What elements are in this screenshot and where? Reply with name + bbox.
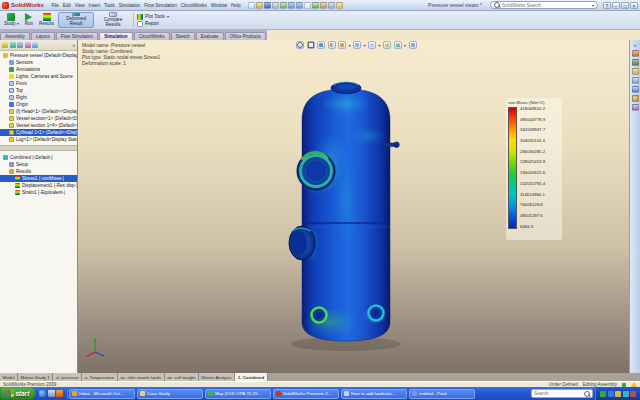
tree-item-lug[interactable]: Lug<1> (Default<Display State-1 xyxy=(0,136,77,143)
messenger-tray-icon[interactable] xyxy=(623,391,629,397)
search-input[interactable] xyxy=(502,3,590,8)
internet-explorer-icon[interactable] xyxy=(39,390,46,397)
tree-item-front-plane[interactable]: Front xyxy=(0,80,77,87)
tree-item-vessel-section2[interactable]: Vessel section 1<4> (Default< xyxy=(0,122,77,129)
task-outlook[interactable]: Inbox - Microsoft Out... xyxy=(69,389,135,399)
graphics-area[interactable]: Model name: Pressure vessel Study name: … xyxy=(78,40,629,373)
menu-insert[interactable]: Insert xyxy=(87,3,102,8)
menu-tools[interactable]: Tools xyxy=(103,3,117,8)
custom-properties-icon[interactable] xyxy=(632,104,639,111)
panel-expand-icon[interactable]: » xyxy=(72,43,75,48)
tab-simulation[interactable]: Simulation xyxy=(99,32,132,40)
study-item-displacement1[interactable]: Displacement1 (-Res disp-) xyxy=(0,182,77,189)
menu-simulation[interactable]: Simulation xyxy=(117,3,141,8)
task-media[interactable]: May (DVD-VPA 70-15... xyxy=(205,389,271,399)
compare-results-button[interactable]: Compare Results xyxy=(96,12,130,28)
desktop-search-box[interactable] xyxy=(531,389,593,398)
tree-item-top-plane[interactable]: Top xyxy=(0,87,77,94)
menu-circuitworks[interactable]: CircuitWorks xyxy=(179,3,208,8)
open-icon[interactable] xyxy=(256,2,263,9)
study-item-setup[interactable]: Setup xyxy=(0,161,77,168)
tab-circuitworks[interactable]: CircuitWorks xyxy=(134,32,170,40)
tab-ae-inlet-nozzle-loads[interactable]: ae. inlet nozzle loads xyxy=(118,373,165,381)
study-item-combined[interactable]: Combined (-Default-) xyxy=(0,154,77,161)
deformed-result-button[interactable]: Deformed Result xyxy=(58,12,94,28)
media-player-icon[interactable] xyxy=(56,390,63,397)
network-tray-icon[interactable] xyxy=(608,391,614,397)
menu-file[interactable]: File xyxy=(50,3,60,8)
tree-item-vessel-section1[interactable]: Vessel section<1> (Default<Dis xyxy=(0,115,77,122)
solidworks-resources-icon[interactable] xyxy=(632,50,639,57)
configuration-manager-icon[interactable] xyxy=(17,42,23,48)
volume-tray-icon[interactable] xyxy=(630,391,636,397)
menu-edit[interactable]: Edit xyxy=(61,3,72,8)
results-button[interactable]: Results xyxy=(37,12,56,28)
antivirus-tray-icon[interactable] xyxy=(600,391,606,397)
report-button[interactable]: Report xyxy=(137,21,169,27)
tab-evaluate[interactable]: Evaluate xyxy=(196,32,224,40)
menu-window[interactable]: Window xyxy=(209,3,228,8)
search-options-caret-icon[interactable]: ▾ xyxy=(592,3,594,8)
design-library-icon[interactable] xyxy=(632,59,639,66)
tree-item-right-plane[interactable]: Right xyxy=(0,94,77,101)
tab-motion-analysis[interactable]: Motion Analysis xyxy=(199,373,236,381)
task-pane-expand-icon[interactable]: « xyxy=(634,42,637,48)
menu-view[interactable]: View xyxy=(73,3,86,8)
tree-item-cylhead-selected[interactable]: Cylhead 1<1> (Default<<Displ xyxy=(0,129,77,136)
help-icon[interactable] xyxy=(336,2,343,9)
minimize-button[interactable]: – xyxy=(612,2,620,9)
tab-st-pressure[interactable]: st. pressure xyxy=(53,373,82,381)
plot-tools-button[interactable]: Plot Tools▾ xyxy=(137,14,169,20)
tree-item-origin[interactable]: Origin xyxy=(0,101,77,108)
show-desktop-icon[interactable] xyxy=(48,390,55,397)
study-item-stress1-selected[interactable]: Stress1 (-vonMises-) xyxy=(0,175,77,182)
help-button[interactable]: ? xyxy=(603,2,611,9)
print-icon[interactable] xyxy=(272,2,279,9)
update-tray-icon[interactable] xyxy=(615,391,621,397)
close-button[interactable]: × xyxy=(630,2,638,9)
menu-flow-simulation[interactable]: Flow Simulation xyxy=(143,3,178,8)
property-manager-icon[interactable] xyxy=(10,42,16,48)
tab-office-products[interactable]: Office Products xyxy=(225,32,266,40)
display-manager-icon[interactable] xyxy=(32,42,38,48)
tab-motion-study-1[interactable]: Motion Study 1 xyxy=(18,373,53,381)
maximize-button[interactable]: □ xyxy=(621,2,629,9)
tree-item-sensors[interactable]: Sensors xyxy=(0,59,77,66)
tree-item-root[interactable]: Pressure vessel (Default<Display Stat xyxy=(0,52,77,59)
tab-combined[interactable]: 1. Combined xyxy=(235,373,267,381)
tab-ae-self-weight[interactable]: ae. self weight xyxy=(165,373,199,381)
panel-splitter[interactable] xyxy=(0,145,77,151)
save-icon[interactable] xyxy=(264,2,271,9)
tab-model[interactable]: Model xyxy=(0,373,18,381)
menu-help[interactable]: Help xyxy=(230,3,242,8)
run-button[interactable]: Run xyxy=(23,12,35,28)
tree-item-annotations[interactable]: Annotations xyxy=(0,66,77,73)
task-case-study[interactable]: Case Study xyxy=(137,389,203,399)
tab-flow-simulation[interactable]: Flow Simulation xyxy=(56,32,98,40)
task-help-doc[interactable]: How to add loads/res... xyxy=(341,389,407,399)
start-button[interactable]: start xyxy=(0,387,36,400)
view-palette-icon[interactable] xyxy=(632,86,639,93)
rebuild-icon[interactable] xyxy=(312,2,319,9)
options-icon[interactable] xyxy=(328,2,335,9)
tab-assembly[interactable]: Assembly xyxy=(0,32,30,40)
feature-manager-tree-icon[interactable] xyxy=(2,42,8,48)
file-explorer-icon[interactable] xyxy=(632,68,639,75)
select-icon[interactable] xyxy=(304,2,311,9)
task-solidworks[interactable]: SolidWorks Premium 2... xyxy=(273,389,339,399)
tab-layout[interactable]: Layout xyxy=(31,32,55,40)
new-document-icon[interactable] xyxy=(248,2,255,9)
study-button[interactable]: Study ▾ xyxy=(2,12,21,28)
search-icon[interactable] xyxy=(632,77,639,84)
file-properties-icon[interactable] xyxy=(320,2,327,9)
study-item-results-folder[interactable]: Results xyxy=(0,168,77,175)
study-item-strain1[interactable]: Strain1 (-Equivalent-) xyxy=(0,189,77,196)
tree-item-lights[interactable]: Lights, Cameras and Scene xyxy=(0,73,77,80)
dimxpert-manager-icon[interactable] xyxy=(25,42,31,48)
undo-icon[interactable] xyxy=(288,2,295,9)
redo-icon[interactable] xyxy=(296,2,303,9)
tree-item-head1[interactable]: (f) Head<1> (Default<<Display Sta xyxy=(0,108,77,115)
solidworks-search-box[interactable]: ▾ xyxy=(490,1,598,9)
tab-sketch[interactable]: Sketch xyxy=(171,32,195,40)
desktop-search-input[interactable] xyxy=(534,391,582,396)
